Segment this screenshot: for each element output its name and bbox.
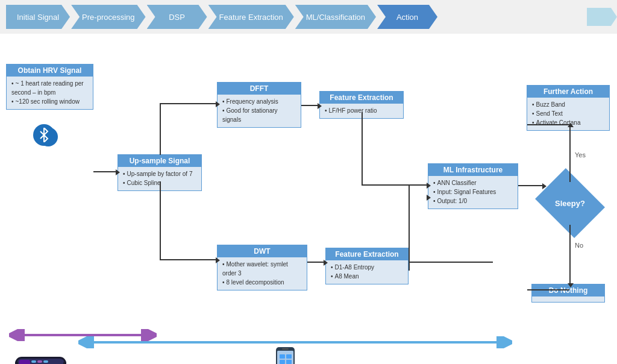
no-label: No [575,242,583,249]
dfft-header: DFFT [218,83,301,95]
nav-action[interactable]: Action [377,5,437,29]
dwt-content: Mother wavelet: symlet order 3 8 level d… [222,260,302,287]
hrv-to-upsample-line [93,171,117,172]
ml-infrastructure-content: ANN Classifier Input: Signal Features Ou… [433,178,513,206]
diamond-to-dn-v [569,225,571,285]
sleepy-diamond-container: Sleepy? [542,181,598,225]
yes-label: Yes [575,151,586,158]
svg-rect-7 [37,360,42,363]
upsample-to-dfft-h [160,103,218,104]
fe-bot-to-ml-h2 [409,262,493,263]
dfft-to-fe-top [301,105,319,106]
phone-device [275,346,296,364]
svg-marker-0 [587,8,617,26]
top-navigation: Initial Signal Pre-processing DSP Featur… [0,0,617,34]
upsample-to-dwt-v [160,181,161,260]
svg-rect-17 [286,354,292,359]
dwt-to-fe-bot [307,262,325,263]
svg-rect-18 [280,360,285,364]
nav-pre-processing[interactable]: Pre-processing [71,5,145,29]
nav-arrow [584,5,617,30]
feature-extraction-bot-box: Feature Extraction D1-A8 Entropy A8 Mean [325,248,409,284]
arrow-to-upsample [116,169,120,175]
sleepy-label: Sleepy? [542,181,598,225]
svg-rect-6 [31,360,36,363]
diamond-to-fa-v [569,124,571,182]
arrow-to-dwt [216,257,220,263]
arrow-dwt-to-fe [324,260,328,266]
nav-initial-signal[interactable]: Initial Signal [6,5,70,29]
arrow-fe-to-ml-top [427,183,431,189]
svg-rect-10 [63,362,66,364]
feature-extraction-bot-header: Feature Extraction [326,248,408,260]
svg-rect-5 [19,360,30,364]
fe-top-to-ml-h [362,184,428,186]
upsample-to-dfft-v [160,103,161,155]
arrow-to-dn [568,283,574,287]
band-device [12,350,69,364]
fe-top-down-line [362,112,363,184]
arrow-to-dfft [216,101,220,107]
ml-infrastructure-header: ML Infrastructure [428,164,518,176]
dfft-box: DFFT Frequency analysis Good for station… [217,82,301,128]
upsample-to-dwt-h [160,259,218,260]
further-action-header: Further Action [527,86,609,98]
feature-extraction-bot-content: D1-A8 Entropy A8 Mean [331,263,403,281]
svg-rect-9 [15,362,18,364]
obtain-hrv-box: Obtain HRV Signal ~ 1 heart rate reading… [6,64,93,110]
obtain-hrv-content: ~ 1 heart rate reading per second – in b… [11,79,88,106]
upsample-header: Up-sample Signal [118,155,201,167]
obtain-hrv-header: Obtain HRV Signal [7,64,93,77]
svg-rect-15 [282,348,289,350]
svg-rect-8 [43,360,48,363]
main-diagram: Obtain HRV Signal ~ 1 heart rate reading… [0,34,617,364]
ml-infrastructure-box: ML Infrastructure ANN Classifier Input: … [428,163,518,209]
dwt-box: DWT Mother wavelet: symlet order 3 8 lev… [217,245,307,290]
dfft-content: Frequency analysis Good for stationary s… [222,97,296,124]
dwt-header: DWT [218,245,307,257]
bluetooth-circle [33,124,55,146]
nav-dsp[interactable]: DSP [147,5,207,29]
nav-ml-classification[interactable]: ML/Classification [295,5,376,29]
nav-feature-extraction[interactable]: Feature Extraction [208,5,294,29]
svg-rect-16 [280,354,285,359]
svg-rect-19 [286,360,292,364]
arrow-fe-to-ml-bot [427,195,431,201]
fe-bot-up-line [409,184,410,271]
ml-to-diamond-h [518,185,544,186]
arrow-dfft-to-fe [318,103,322,109]
to-dn-h [527,289,569,290]
to-fa-h [527,124,569,125]
feature-extraction-top-header: Feature Extraction [320,92,403,104]
